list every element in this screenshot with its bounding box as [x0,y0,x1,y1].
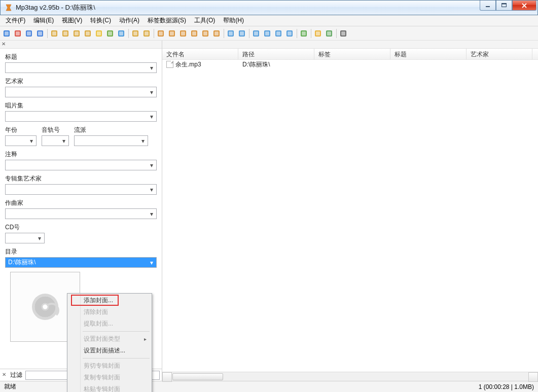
svg-rect-54 [302,31,306,35]
menu-item-2[interactable]: 视图(V) [58,15,86,26]
table-row[interactable]: 余生.mp3D:\陈丽珠\ [162,60,538,69]
column-header[interactable]: 艺术家 [467,49,532,59]
genre-input[interactable]: ▾ [74,135,148,146]
tag-src3-icon[interactable] [177,28,189,39]
minimize-button[interactable] [480,1,496,11]
folder-add-icon[interactable] [49,28,60,39]
delete-icon[interactable] [12,28,23,39]
folder-open-icon[interactable] [60,28,71,39]
check-icon[interactable] [298,28,309,39]
chevron-down-icon[interactable]: ▾ [148,210,155,218]
cover-context-menu: 添加封面...清除封面提取封面...设置封面类型▸设置封面描述...剪切专辑封面… [67,293,152,392]
title-input[interactable]: ▾ [5,62,157,73]
ctx-item-2: 提取封面... [68,318,151,330]
file-tag-icon[interactable] [141,28,152,39]
discno-label: CD号 [5,223,157,232]
close-button[interactable] [512,1,536,11]
column-header[interactable]: 标题 [390,49,467,59]
svg-rect-16 [75,31,79,35]
panel-close-icon[interactable]: ✕ [2,42,7,47]
genre-label: 流派 [74,126,148,134]
case-icon[interactable] [236,28,247,39]
svg-rect-60 [341,31,345,35]
year-input[interactable]: ▾ [5,135,37,146]
tag-src2-icon[interactable] [166,28,177,39]
window-title: Mp3tag v2.95b - D:\陈丽珠\ [16,3,95,12]
file-header: 文件名路径标签标题艺术家 [162,49,538,60]
tag-src5-icon[interactable] [200,28,211,39]
globe-icon[interactable] [324,28,335,39]
svg-rect-46 [254,31,258,35]
actions-icon[interactable] [250,28,262,39]
scroll-thumb[interactable] [172,373,223,380]
ctx-item-0[interactable]: 添加封面... [68,295,151,306]
ctx-item-1: 清除封面 [68,306,151,318]
svg-rect-18 [86,31,90,35]
autonum-icon[interactable] [225,28,236,39]
toolbar [0,26,538,41]
chevron-down-icon[interactable]: ▾ [148,64,155,72]
chevron-down-icon[interactable]: ▾ [148,186,155,193]
svg-rect-14 [63,31,67,35]
comment-input[interactable]: ▾ [5,160,157,170]
settings-icon[interactable] [338,28,349,39]
menu-item-4[interactable]: 动作(A) [116,15,143,26]
menu-item-1[interactable]: 编辑(E) [30,15,57,26]
redo-icon[interactable] [34,28,46,39]
undo-icon[interactable] [23,28,34,39]
menu-item-0[interactable]: 文件(F) [2,15,29,26]
file-list[interactable]: 余生.mp3D:\陈丽珠\ [162,60,538,372]
track-input[interactable]: ▾ [42,135,69,146]
svg-rect-20 [97,31,101,35]
chevron-down-icon[interactable]: ▾ [139,137,147,145]
chevron-down-icon[interactable]: ▾ [148,113,155,120]
chevron-down-icon[interactable]: ▾ [148,161,155,169]
year-label: 年份 [5,126,37,134]
status-info: 1 (00:00:28 | 1.0MB) [479,383,534,390]
folder-up-icon[interactable] [71,28,82,39]
save-icon[interactable] [1,28,12,39]
folder-fav-icon[interactable] [82,28,93,39]
playlist-icon[interactable] [104,28,116,39]
web-icon[interactable] [312,28,324,39]
artist-input[interactable]: ▾ [5,87,157,97]
menu-item-3[interactable]: 转换(C) [87,15,115,26]
maximize-button[interactable] [496,1,512,11]
chevron-down-icon[interactable]: ▾ [35,234,43,242]
tag-src1-icon[interactable] [155,28,166,39]
refresh-icon[interactable] [116,28,127,39]
album-input[interactable]: ▾ [5,111,157,122]
horizontal-scrollbar[interactable] [162,372,538,381]
disc-icon [32,294,58,320]
title-label: 标题 [5,53,157,61]
quick-action-icon[interactable] [262,28,273,39]
composer-input[interactable]: ▾ [5,208,157,219]
menu-item-7[interactable]: 帮助(H) [220,15,247,26]
ctx-item-5[interactable]: 设置封面描述... [68,345,151,357]
menu-item-6[interactable]: 工具(O) [191,15,219,26]
svg-rect-4 [5,31,9,35]
discno-input[interactable]: ▾ [5,233,45,243]
chevron-down-icon[interactable]: ▾ [27,137,35,145]
tag-src6-icon[interactable] [211,28,222,39]
chevron-down-icon[interactable]: ▾ [60,137,67,145]
directory-input[interactable]: D:\陈丽珠\▾ [5,257,157,268]
svg-rect-40 [214,31,219,35]
albumartist-input[interactable]: ▾ [5,184,157,195]
chevron-down-icon[interactable]: ▾ [148,88,155,96]
column-header[interactable]: 路径 [238,49,314,59]
svg-rect-52 [288,31,292,35]
column-header[interactable]: 文件名 [162,49,238,59]
export-icon[interactable] [273,28,284,39]
favorite-icon[interactable] [93,28,104,39]
tag-src4-icon[interactable] [189,28,200,39]
svg-rect-22 [108,31,112,35]
filter-close-icon[interactable]: ✕ [2,373,7,378]
status-ready: 就绪 [4,382,16,391]
tag-file-icon[interactable] [130,28,141,39]
filter-label: 过滤 [10,371,22,379]
menu-item-5[interactable]: 标签数据源(S) [144,15,190,26]
columns-icon[interactable] [284,28,295,39]
chevron-down-icon[interactable]: ▾ [148,259,155,266]
column-header[interactable]: 标签 [314,49,390,59]
